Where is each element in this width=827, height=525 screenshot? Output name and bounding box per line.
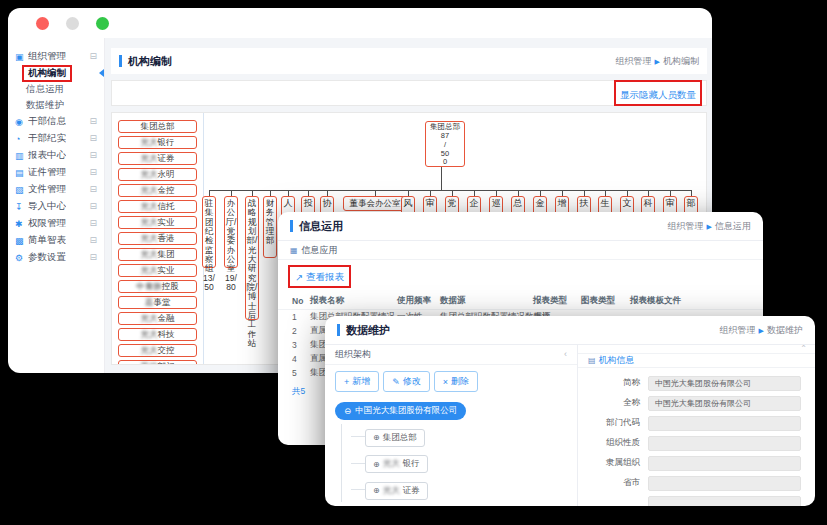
org-chart-node[interactable]: 财务管理部: [263, 196, 277, 258]
sidebar-item-机构编制[interactable]: 机构编制: [8, 65, 104, 81]
org-unit-list-item[interactable]: 嘉事堂: [118, 296, 197, 309]
org-unit-list-item[interactable]: 光大实业: [118, 216, 197, 229]
org-unit-list-item[interactable]: 其他部门: [118, 360, 197, 365]
org-unit-list-item[interactable]: 光大集团: [118, 248, 197, 261]
sidebar-item-简单智表[interactable]: ▩简单智表⊟: [8, 232, 104, 249]
field-input-简称[interactable]: 中国光大集团股份有限公司: [648, 376, 801, 391]
breadcrumb[interactable]: 组织管理▶机构编制: [616, 55, 699, 68]
import-icon: ↧: [15, 202, 28, 212]
org-unit-list-item[interactable]: 光大香港: [118, 232, 197, 245]
form-row: [578, 493, 815, 506]
org-unit-list-item[interactable]: 集团总部: [118, 120, 197, 133]
org-chart-node[interactable]: 驻集团纪检监察组13/50: [202, 196, 216, 268]
sidebar-item-信息运用[interactable]: 信息运用: [8, 81, 104, 97]
breadcrumb[interactable]: 组织管理▶数据维护: [720, 324, 803, 337]
collapse-node-icon[interactable]: ⊖: [344, 406, 351, 416]
org-unit-list-item[interactable]: 中青旅控股: [118, 280, 197, 293]
collapse-icon[interactable]: ⊟: [89, 52, 97, 61]
新增-button[interactable]: +新增: [335, 371, 379, 392]
collapse-panel-icon[interactable]: ‹: [564, 349, 567, 359]
tree-node-label: 集团总部: [383, 432, 417, 444]
删除-button[interactable]: ×删除: [434, 371, 478, 392]
org-chart-node[interactable]: 董事会办公室: [343, 196, 407, 211]
collapse-icon[interactable]: ⊟: [89, 117, 97, 126]
tree-root-node[interactable]: ⊖中国光大集团股份有限公司: [335, 402, 466, 420]
org-unit-list-item[interactable]: 光大证券: [118, 152, 197, 165]
sidebar-item-权限管理[interactable]: ✱权限管理⊟: [8, 215, 104, 232]
zoom-window-button[interactable]: [96, 17, 109, 30]
sidebar-item-文件管理[interactable]: ▧文件管理⊟: [8, 181, 104, 198]
org-chart-root-node[interactable]: 集团总部87/500: [425, 121, 465, 167]
collapse-icon[interactable]: ⊟: [89, 253, 97, 262]
button-label: 删除: [451, 375, 469, 388]
close-window-button[interactable]: [36, 17, 49, 30]
connector-line: [209, 190, 691, 191]
org-unit-list-item[interactable]: 光大科技: [118, 328, 197, 341]
collapse-section-icon[interactable]: ⌃: [800, 344, 807, 353]
field-label: 省市: [578, 477, 648, 489]
org-unit-name: 实业: [158, 266, 175, 275]
active-item-marker: [99, 69, 104, 77]
sidebar-item-label: 报表中心: [28, 149, 66, 162]
collapse-icon[interactable]: ⊟: [89, 236, 97, 245]
delete-icon: ×: [443, 377, 448, 387]
tree-node-item[interactable]: ⊕集团总部: [365, 429, 425, 447]
field-input-hidden[interactable]: [648, 496, 801, 507]
tree-node-item[interactable]: ⊕光大银行: [365, 455, 428, 473]
org-unit-list-item[interactable]: 光大金控: [118, 184, 197, 197]
field-input-省市[interactable]: [648, 476, 801, 491]
redacted-text: 光大: [141, 346, 158, 355]
redacted-text: 光大: [141, 186, 158, 195]
info-usage-title: 信息运用: [299, 219, 343, 234]
org-unit-list-item[interactable]: 光大实业: [118, 264, 197, 277]
sidebar-item-干部信息[interactable]: ◉干部信息⊟: [8, 113, 104, 130]
collapse-icon[interactable]: ⊟: [89, 134, 97, 143]
org-unit-list-item[interactable]: 光大金融: [118, 312, 197, 325]
修改-button[interactable]: ✎修改: [383, 371, 430, 392]
sidebar-item-导入中心[interactable]: ↧导入中心⊟: [8, 198, 104, 215]
collapse-icon[interactable]: ⊟: [89, 219, 97, 228]
collapse-icon[interactable]: ⊟: [89, 151, 97, 160]
breadcrumb[interactable]: 组织管理▶信息运用: [668, 220, 751, 233]
org-unit-list-item[interactable]: 光大永明: [118, 168, 197, 181]
sidebar-item-label: 证件管理: [28, 166, 66, 179]
data-maintenance-header: 数据维护 组织管理▶数据维护: [325, 316, 815, 345]
sidebar-item-参数设置[interactable]: ⚙参数设置⊟: [8, 249, 104, 266]
sidebar-item-报表中心[interactable]: ▥报表中心⊟: [8, 147, 104, 164]
field-input-全称[interactable]: 中国光大集团股份有限公司: [648, 396, 801, 411]
org-chart-node[interactable]: 战略规划部/光大研究院/博士后工作站: [245, 196, 259, 320]
collapse-icon[interactable]: ⊟: [89, 185, 97, 194]
sidebar: ▣组织管理⊟机构编制信息运用数据维护◉干部信息⊟◔干部纪实⊟▥报表中心⊟▤证件管…: [8, 38, 105, 373]
minimize-window-button[interactable]: [66, 17, 79, 30]
show-hidden-staff-count-link[interactable]: 显示隐藏人员数量: [620, 89, 696, 100]
redacted-text: 光大: [141, 266, 158, 275]
view-report-button[interactable]: ↗ 查看报表: [290, 269, 349, 286]
org-structure-panel-title: 组织架构: [335, 348, 371, 361]
tab-org-info[interactable]: ▤ 机构信息: [578, 354, 645, 367]
org-unit-name: 集团: [158, 250, 175, 259]
sidebar-item-证件管理[interactable]: ▤证件管理⊟: [8, 164, 104, 181]
form-row: 组织性质: [578, 433, 815, 453]
field-input-组织性质[interactable]: [648, 436, 801, 451]
collapse-icon[interactable]: ⊟: [89, 202, 97, 211]
org-unit-list-item[interactable]: 光大信托: [118, 200, 197, 213]
sidebar-item-组织管理[interactable]: ▣组织管理⊟: [8, 48, 104, 65]
expand-node-icon[interactable]: ⊕: [373, 433, 380, 442]
org-chart-node[interactable]: 办公厅/党委办公室19/80: [224, 196, 238, 268]
collapse-icon[interactable]: ⊟: [89, 168, 97, 177]
expand-node-icon[interactable]: ⊕: [373, 486, 380, 495]
field-input-隶属组织[interactable]: [648, 456, 801, 471]
expand-node-icon[interactable]: ⊕: [373, 460, 380, 469]
org-unit-list-item[interactable]: 光大交控: [118, 344, 197, 357]
column-header: 报表名称: [310, 295, 344, 307]
sidebar-item-干部纪实[interactable]: ◔干部纪实⊟: [8, 130, 104, 147]
field-input-部门代码[interactable]: [648, 416, 801, 431]
org-info-panel: ⌃ ▤ 机构信息 简称中国光大集团股份有限公司全称中国光大集团股份有限公司部门代…: [578, 344, 815, 506]
sidebar-item-数据维护[interactable]: 数据维护: [8, 97, 104, 113]
tree-node-item[interactable]: ⊕光大证券: [365, 482, 428, 500]
grid-icon: ▦: [290, 246, 298, 255]
annotation-box: 显示隐藏人员数量: [614, 80, 702, 106]
org-unit-list-item[interactable]: 光大银行: [118, 136, 197, 149]
record-icon: ◔: [15, 134, 28, 144]
globe-icon: ◉: [15, 117, 28, 127]
